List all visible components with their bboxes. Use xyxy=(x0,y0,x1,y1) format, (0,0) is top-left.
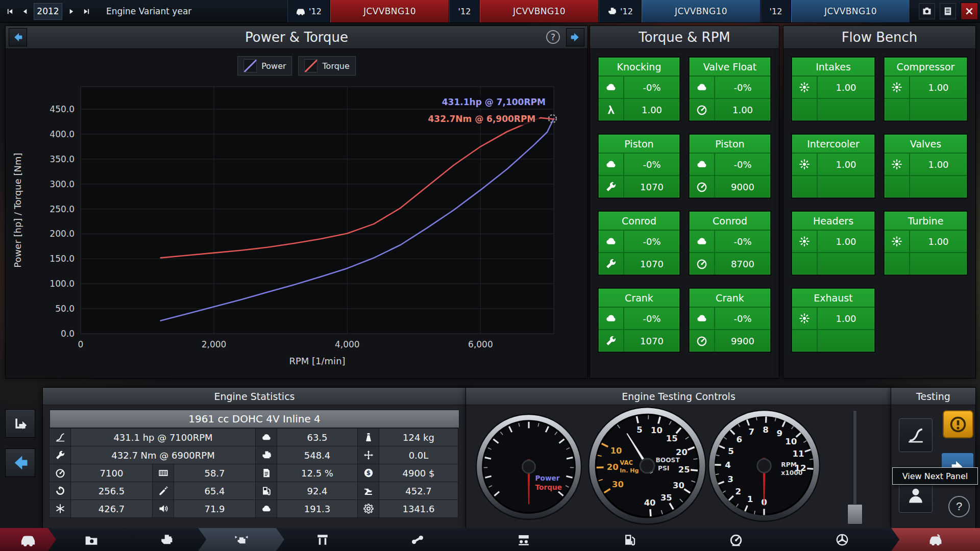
toolbar-tab-home[interactable] xyxy=(0,528,56,551)
card-row: -0% xyxy=(599,77,679,98)
report-button[interactable] xyxy=(940,3,956,19)
economy-icon xyxy=(261,468,272,478)
stat-value: 124 kg xyxy=(379,428,458,446)
toolbar-tab-bottom-end[interactable] xyxy=(276,528,369,551)
dyno-plot-button[interactable] xyxy=(899,418,933,452)
top-tab-2-year[interactable]: '12 xyxy=(449,0,480,22)
top-tab-6-year[interactable]: '12 xyxy=(761,0,791,22)
card-row: 8700 xyxy=(690,252,770,274)
legend-swatch xyxy=(305,59,318,72)
legend-power[interactable]: Power xyxy=(237,56,292,76)
card-row: 1.00 xyxy=(599,98,679,120)
year-skip-back-button[interactable] xyxy=(3,4,16,19)
power-torque-gauge: PowerTorque xyxy=(475,413,582,522)
top-tab-3-name[interactable]: JCVVBNG10 xyxy=(480,0,599,22)
flow-icon xyxy=(891,236,902,247)
card-row: 1.00 xyxy=(792,154,874,175)
slider-handle[interactable] xyxy=(847,504,863,524)
year-step-back-button[interactable] xyxy=(18,4,32,19)
flow-icon xyxy=(891,159,902,170)
stat-icon-cell xyxy=(152,482,174,500)
svg-text:50.0: 50.0 xyxy=(55,304,75,314)
next-arrow-icon xyxy=(570,32,581,43)
card-value: 1.00 xyxy=(910,77,967,98)
card-row: 1.00 xyxy=(792,231,874,252)
top-tab-4-icon-year[interactable]: '12 xyxy=(599,0,642,22)
svg-text:3: 3 xyxy=(727,474,733,484)
chart-next-button[interactable] xyxy=(566,28,584,46)
boost-vacuum-gauge: 510152025303540102030VACIn. HgBOOSTPSI xyxy=(587,406,707,525)
step-back-icon xyxy=(21,8,29,15)
top-tab-7-name[interactable]: JCVVBNG10 xyxy=(791,0,910,22)
toolbar-tab-fuel-system[interactable] xyxy=(573,528,687,551)
toolbar-tab-test-drive[interactable] xyxy=(891,528,980,551)
flow-bench-cards: Intakes1.00Compressor1.00Intercooler1.00… xyxy=(783,49,975,360)
chart-help-button[interactable]: ? xyxy=(546,30,560,44)
toolbar-tab-engine-variant[interactable] xyxy=(198,528,284,551)
legend-torque[interactable]: Torque xyxy=(299,56,356,76)
card-icon-cell xyxy=(599,77,624,98)
plot-mode-button[interactable] xyxy=(5,409,35,438)
back-button[interactable] xyxy=(5,448,35,477)
card-icon-cell xyxy=(792,330,818,352)
big-back-icon xyxy=(11,454,30,472)
svg-text:10: 10 xyxy=(610,446,622,456)
service-icon xyxy=(158,486,168,496)
card-icon-cell xyxy=(599,176,624,197)
top-tab-label: '12 xyxy=(620,7,633,16)
card-row: 9000 xyxy=(690,175,770,197)
stat-value: 426.7 xyxy=(70,499,153,518)
toolbar-tab-crankshaft[interactable] xyxy=(360,528,475,551)
card-row xyxy=(792,98,874,120)
toolbar-tab-valvetrain[interactable] xyxy=(467,528,581,551)
toolbar-tab-engine-family[interactable] xyxy=(48,528,134,551)
screenshot-button[interactable] xyxy=(919,3,935,19)
stat-value: 4900 $ xyxy=(379,464,458,482)
top-bar: 2012 Engine Variant year '12JCVVBNG10'12… xyxy=(0,0,980,23)
card-value xyxy=(818,99,874,120)
warning-button[interactable] xyxy=(943,410,973,438)
card-icon-cell xyxy=(792,154,818,175)
fuel-icon xyxy=(623,533,636,546)
chart-mount: 0.050.0100.0150.0200.0250.0300.0350.0400… xyxy=(6,49,587,381)
card-title: Conrod xyxy=(599,212,679,231)
svg-text:30: 30 xyxy=(612,480,624,489)
svg-text:10: 10 xyxy=(785,437,797,446)
tr-card-crank-6: Crank-0%1070 xyxy=(598,288,680,352)
top-tab-0-icon-year[interactable]: '12 xyxy=(287,0,330,22)
chart-back-button[interactable] xyxy=(9,28,27,46)
chart-body: 0.050.0100.0150.0200.0250.0300.0350.0400… xyxy=(6,49,587,379)
flow-bench-panel: Flow Bench Intakes1.00Compressor1.00Inte… xyxy=(783,26,976,379)
toolbar-tab-dyno[interactable] xyxy=(679,528,793,551)
year-step-forward-button[interactable] xyxy=(64,4,78,19)
svg-text:400.0: 400.0 xyxy=(50,129,75,139)
valvetrain-icon xyxy=(517,533,530,546)
card-title: Headers xyxy=(792,212,874,231)
help-button[interactable]: ? xyxy=(948,496,970,517)
svg-text:4: 4 xyxy=(725,460,731,470)
year-skip-forward-button[interactable] xyxy=(80,4,93,19)
flow-bench-title: Flow Bench xyxy=(842,30,918,45)
top-tab-5-name[interactable]: JCVVBNG10 xyxy=(642,0,761,22)
toolbar-tab-aspiration[interactable] xyxy=(785,528,899,551)
card-title: Valve Float xyxy=(690,58,770,77)
svg-text:100.0: 100.0 xyxy=(50,279,75,289)
card-title: Crank xyxy=(599,289,679,308)
torque-wrench-icon xyxy=(55,450,65,460)
svg-text:250.0: 250.0 xyxy=(50,204,75,214)
card-icon-cell xyxy=(599,330,624,352)
card-row: -0% xyxy=(599,231,679,252)
stat-value: 431.1 hp @ 7100RPM xyxy=(70,428,256,446)
cost-icon: $ xyxy=(363,468,374,478)
stat-icon-cell xyxy=(357,446,379,464)
toolbar-tab-engine-top[interactable] xyxy=(126,528,206,551)
top-tab-1-name[interactable]: JCVVBNG10 xyxy=(330,0,449,22)
year-display: 2012 xyxy=(34,3,62,20)
svg-text:x1000: x1000 xyxy=(781,469,802,477)
close-button[interactable] xyxy=(961,3,978,20)
top-tabs: '12JCVVBNG10'12JCVVBNG10'12JCVVBNG10'12J… xyxy=(287,0,910,22)
top-bar-actions xyxy=(919,0,978,22)
top-tab-label: JCVVBNG10 xyxy=(363,6,416,16)
stat-value: 12.5 % xyxy=(277,464,358,482)
camera-icon xyxy=(922,6,932,16)
